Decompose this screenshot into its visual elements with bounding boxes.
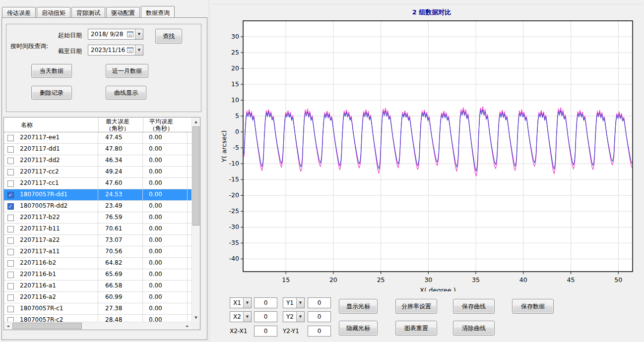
table-row[interactable]: 2207117-cc249.240.00 — [4, 167, 192, 178]
header-max-error[interactable]: 最大误差 （角秒） — [98, 117, 143, 132]
table-row[interactable]: 18070057R-c127.380.00 — [4, 303, 192, 315]
hide-cursor-button[interactable]: 隐藏光标 — [339, 321, 378, 336]
comparison-chart[interactable]: 1520253035404550302520151050-5-10-15-20-… — [218, 18, 640, 291]
dx-label: X2-X1 — [230, 328, 247, 335]
table-row[interactable]: ✓18070057R-dd124.530.00 — [4, 189, 192, 201]
last-month-data-button[interactable]: 近一月数据 — [106, 64, 148, 78]
checkbox-cell — [4, 167, 17, 177]
scroll-left-icon[interactable]: ◄ — [4, 322, 12, 330]
chevron-down-icon[interactable]: ▼ — [135, 29, 143, 39]
table-row[interactable]: 2207116-b264.820.00 — [4, 258, 192, 269]
table-row[interactable]: 2207117-ee147.450.00 — [4, 132, 192, 144]
horizontal-scroll-thumb[interactable] — [12, 323, 82, 329]
table-row[interactable]: 2207117-a2273.070.00 — [4, 235, 192, 246]
row-avg-error: 0.00 — [143, 292, 188, 303]
chevron-down-icon[interactable]: ▼ — [296, 312, 304, 322]
y2-combo[interactable]: Y2 ▼ — [283, 311, 305, 322]
row-checkbox[interactable] — [7, 158, 14, 164]
row-checkbox[interactable] — [7, 146, 14, 153]
row-max-error: 64.82 — [98, 258, 143, 269]
svg-text:40: 40 — [519, 276, 527, 284]
x1-combo[interactable]: X1 ▼ — [230, 297, 252, 308]
checkbox-cell — [4, 269, 17, 280]
header-name[interactable]: 名称 — [4, 117, 98, 132]
tab-data-query[interactable]: 数据查询 — [141, 6, 175, 17]
search-button[interactable]: 查找 — [155, 29, 182, 44]
checkbox-cell — [4, 144, 17, 155]
dx-value-field[interactable] — [254, 326, 277, 337]
x2-combo[interactable]: X2 ▼ — [230, 311, 252, 322]
scroll-down-icon[interactable]: ▼ — [192, 313, 200, 322]
dy-value-field[interactable] — [308, 326, 331, 337]
table-horizontal-scrollbar[interactable]: ◄ ► — [4, 322, 192, 330]
svg-text:35: 35 — [472, 276, 480, 284]
show-cursor-button[interactable]: 显示光标 — [339, 299, 378, 314]
delete-record-button[interactable]: 删除记录 — [31, 86, 72, 100]
row-avg-error: 0.00 — [143, 224, 188, 234]
clear-curve-button[interactable]: 清除曲线 — [453, 321, 495, 336]
scroll-right-icon[interactable]: ► — [184, 322, 192, 330]
tab-backlash-test[interactable]: 背隙测试 — [71, 7, 105, 17]
row-checkbox[interactable] — [7, 260, 14, 267]
tab-transmission-error[interactable]: 传达误差 — [2, 7, 36, 17]
row-name: 2207117-cc1 — [17, 178, 98, 189]
chart-reset-button[interactable]: 图表重置 — [395, 321, 437, 336]
table-row[interactable]: 2207117-dd246.340.00 — [4, 155, 192, 167]
today-data-button[interactable]: 当天数据 — [31, 64, 72, 78]
row-checkbox[interactable] — [7, 272, 14, 278]
start-date-picker[interactable]: 2018/ 9/28 ▼ — [88, 29, 143, 40]
table-row[interactable]: 2207117-a1170.560.00 — [4, 246, 192, 258]
row-checkbox[interactable] — [7, 135, 14, 141]
table-row[interactable]: 2207116-b165.690.00 — [4, 269, 192, 281]
row-max-error: 49.24 — [98, 167, 143, 177]
row-checkbox[interactable] — [7, 226, 14, 232]
save-data-button[interactable]: 保存数据 — [512, 299, 554, 314]
table-row[interactable]: 2207116-a166.580.00 — [4, 281, 192, 292]
row-checkbox[interactable] — [7, 180, 14, 187]
row-checkbox[interactable]: ✓ — [7, 203, 14, 210]
chevron-down-icon[interactable]: ▼ — [296, 298, 304, 308]
chevron-down-icon[interactable]: ▼ — [135, 45, 143, 55]
table-row[interactable]: 2207117-cc147.600.00 — [4, 178, 192, 189]
row-avg-error: 0.00 — [143, 132, 188, 143]
header-avg-error[interactable]: 平均误差 （角秒） — [143, 117, 188, 132]
row-checkbox[interactable] — [7, 294, 14, 301]
y1-value-field[interactable] — [308, 297, 331, 308]
row-avg-error: 0.00 — [143, 167, 188, 177]
row-name: 2207116-a1 — [17, 281, 98, 291]
svg-text:20: 20 — [231, 64, 239, 72]
chevron-down-icon[interactable]: ▼ — [243, 312, 251, 322]
table-row[interactable]: 18070057R-c228.480.00 — [4, 315, 192, 322]
x1-value-field[interactable] — [254, 297, 277, 308]
chevron-down-icon[interactable]: ▼ — [243, 298, 251, 308]
tab-start-torque[interactable]: 启动扭矩 — [37, 7, 70, 17]
row-checkbox[interactable] — [7, 237, 14, 244]
table-row[interactable]: ✓18070057R-dd223.490.00 — [4, 201, 192, 212]
table-row[interactable]: 2207117-dd147.800.00 — [4, 144, 192, 155]
table-vertical-scrollbar[interactable]: ▲ ▼ — [192, 117, 200, 322]
x2-value-field[interactable] — [254, 311, 277, 322]
scroll-up-icon[interactable]: ▲ — [192, 117, 200, 126]
row-checkbox[interactable] — [7, 283, 14, 289]
row-checkbox[interactable] — [7, 306, 14, 312]
row-avg-error: 0.00 — [143, 303, 188, 314]
resolution-settings-button[interactable]: 分辨率设置 — [395, 299, 437, 314]
end-date-picker[interactable]: 2023/11/16 ▼ — [88, 45, 143, 56]
table-row[interactable]: 2207117-b2276.590.00 — [4, 212, 192, 224]
table-row[interactable]: 2207117-b1170.610.00 — [4, 224, 192, 235]
checkbox-cell — [4, 235, 17, 246]
save-curve-button[interactable]: 保存曲线 — [453, 299, 495, 314]
y1-combo[interactable]: Y1 ▼ — [283, 297, 305, 308]
tab-drive-config[interactable]: 驱动配置 — [106, 7, 140, 17]
svg-text:10: 10 — [231, 96, 239, 104]
row-checkbox[interactable] — [7, 249, 14, 255]
row-checkbox[interactable] — [7, 317, 14, 322]
y2-value-field[interactable] — [308, 311, 331, 322]
vertical-scroll-thumb[interactable] — [193, 126, 199, 226]
row-checkbox[interactable] — [7, 215, 14, 221]
curve-display-button[interactable]: 曲线显示 — [106, 86, 146, 100]
table-row[interactable]: 2207116-a260.990.00 — [4, 292, 192, 303]
svg-text:30: 30 — [424, 276, 432, 284]
row-checkbox[interactable]: ✓ — [7, 192, 14, 198]
row-checkbox[interactable] — [7, 169, 14, 175]
